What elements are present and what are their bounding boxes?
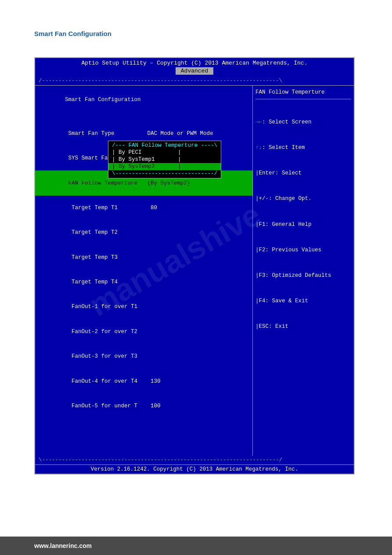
bios-blank-row-4: [35, 436, 252, 445]
bios-target-t1-label: Target Temp T1 80: [65, 205, 157, 211]
help-esc: |ESC: Exit: [255, 323, 351, 331]
bios-right-divider: [255, 99, 351, 99]
bios-target-t3-row: Target Temp T3: [35, 245, 252, 270]
help-f3: |F3: Optimized Defaults: [255, 272, 351, 280]
bios-section-title: Smart Fan Configuration: [65, 97, 141, 103]
bios-target-t4-label: Target Temp T4: [65, 279, 118, 285]
bios-top-divider: /---------------------------------------…: [35, 76, 354, 85]
bios-header: Aptio Setup Utility – Copyright (C) 2013…: [35, 58, 354, 67]
bios-target-t4-row: Target Temp T4: [35, 270, 252, 294]
bios-header-text: Aptio Setup Utility – Copyright (C) 2013…: [82, 60, 308, 66]
help-select-item: ↑↓: Select Item: [255, 144, 351, 152]
popup-bottom: \------------------------------/: [108, 170, 221, 177]
page-title: Smart Fan Configuration: [34, 30, 111, 37]
bios-target-t2-row: Target Temp T2: [35, 220, 252, 245]
footer-bar: www.lannerinc.com: [0, 537, 392, 555]
bios-tab-row: Advanced: [35, 67, 354, 76]
bios-screen: Aptio Setup Utility – Copyright (C) 2013…: [34, 57, 355, 475]
help-f1: |F1: General Help: [255, 221, 351, 229]
bios-fanout3-row: FanOut-3 for over T3: [35, 344, 252, 369]
bios-fanout2-row: FanOut-2 for over T2: [35, 319, 252, 344]
bios-fanout2-label: FanOut-2 for over T2: [65, 329, 137, 335]
bios-blank-row-1: [35, 112, 252, 121]
help-select-screen: →←: Select Screen: [255, 118, 351, 127]
help-f4: |F4: Save & Exit: [255, 297, 351, 305]
bios-footer: Version 2.16.1242. Copyright (C) 2013 Am…: [35, 464, 354, 474]
bios-fanout1-row: FanOut-1 for over T1: [35, 294, 252, 319]
help-f2: |F2: Previous Values: [255, 246, 351, 254]
bios-popup-dropdown[interactable]: /--- FAN Follow Temperture ----\ | By PE…: [108, 141, 221, 178]
popup-title: /--- FAN Follow Temperture ----\: [108, 142, 221, 149]
bios-fanout3-label: FanOut-3 for over T3: [65, 353, 137, 359]
bios-bottom-divider: \---------------------------------------…: [35, 456, 354, 464]
bios-smart-fan-type-label: Smart Fan Type: [65, 131, 147, 137]
bios-tab-advanced[interactable]: Advanced: [176, 67, 213, 75]
bios-fanout4-label: FanOut-4 for over T4 130: [65, 378, 161, 385]
popup-item-systemp1[interactable]: | By SysTemp1 |: [108, 156, 221, 163]
bios-right-panel: FAN Follow Temperture →←: Select Screen …: [253, 86, 354, 456]
bios-fanout5-row: FanOut-5 for under T 100: [35, 394, 252, 418]
bios-smart-fan-type-value: DAC Mode or PWM Mode: [147, 131, 213, 137]
popup-item-peci[interactable]: | By PECI |: [108, 149, 221, 156]
bios-fan-follow-temp-label: FAN Follow Temperture: [65, 180, 147, 186]
bios-fanout4-row: FanOut-4 for over T4 130: [35, 369, 252, 393]
help-enter: |Enter: Select: [255, 169, 351, 178]
bios-target-t2-label: Target Temp T2: [65, 229, 118, 236]
bios-section-title-row: Smart Fan Configuration: [35, 87, 252, 112]
bios-fanout1-label: FanOut-1 for over T1: [65, 304, 137, 310]
bios-blank-row-2: [35, 418, 252, 427]
bios-right-title: FAN Follow Temperture: [255, 87, 351, 97]
popup-item-systemp2[interactable]: | By SysTemp2 |: [108, 163, 221, 170]
help-change-opt: |+/-: Change Opt.: [255, 195, 351, 203]
bios-fanout5-label: FanOut-5 for under T 100: [65, 403, 161, 409]
bios-blank-row-3: [35, 427, 252, 436]
bios-target-t3-label: Target Temp T3: [65, 254, 118, 261]
bios-footer-text: Version 2.16.1242. Copyright (C) 2013 Am…: [91, 466, 298, 472]
footer-url: www.lannerinc.com: [34, 542, 92, 549]
bios-blank-row-5: [35, 445, 252, 454]
bios-fan-follow-temp-value: {By SysTemp2}: [147, 180, 191, 186]
bios-right-help: →←: Select Screen ↑↓: Select Item |Enter…: [255, 101, 351, 348]
bios-target-t1-row: Target Temp T1 80: [35, 196, 252, 220]
